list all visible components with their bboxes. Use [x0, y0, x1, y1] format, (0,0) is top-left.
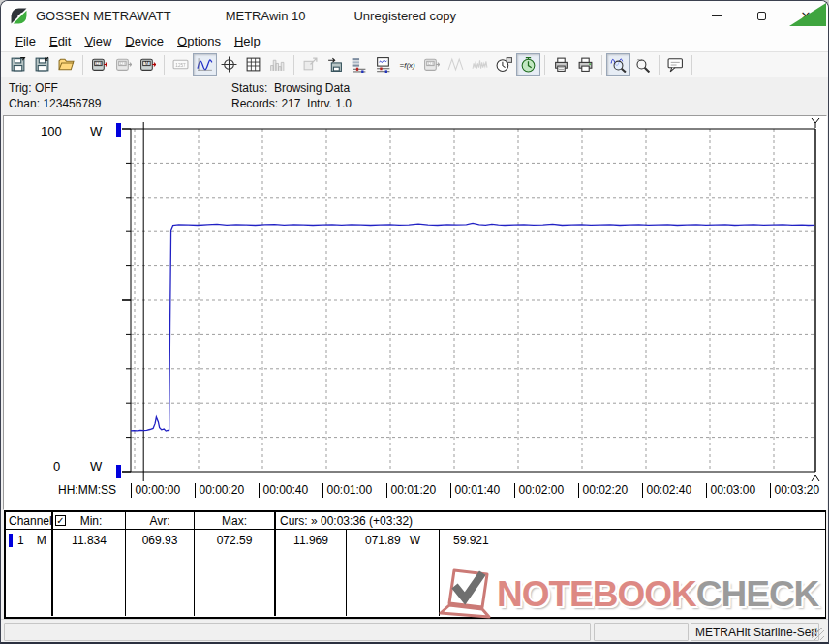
- menu-item-view[interactable]: View: [77, 32, 118, 50]
- zoom-free-button[interactable]: [630, 53, 655, 76]
- device-config-button: 123: [419, 53, 444, 76]
- minimize-icon: [712, 15, 722, 16]
- menu-bar: FileEditViewDeviceOptionsHelp: [1, 30, 828, 51]
- minimize-button[interactable]: [694, 1, 739, 30]
- table-view-icon: [245, 56, 261, 73]
- read-device-offline-button: 123: [111, 53, 136, 76]
- function-fx-button[interactable]: =f(x): [395, 53, 419, 76]
- channel-list: Chan: 123456789: [9, 97, 101, 110]
- svg-text:M: M: [144, 61, 148, 66]
- svg-text:1257: 1257: [175, 63, 186, 68]
- statusbar-panel-1: [4, 623, 591, 641]
- maximize-button[interactable]: [739, 1, 783, 30]
- export-button: [298, 53, 322, 76]
- svg-text:123: 123: [95, 62, 101, 66]
- chart-view-icon: [197, 56, 213, 73]
- table-view-button[interactable]: [241, 53, 265, 76]
- header-max: Max:: [195, 512, 276, 529]
- records-status: Records: 217 Intrv. 1.0: [231, 97, 352, 110]
- channel-mode: M: [37, 534, 46, 547]
- comment-icon: [667, 56, 684, 73]
- print-icon: [577, 56, 594, 73]
- x-tick-label: 00:03:00: [706, 483, 756, 498]
- header-channel: Channel:: [6, 512, 53, 529]
- zoom-free-icon: [634, 56, 651, 73]
- table-header-row: Channel: ✓ Min: Avr: Max: Curs: » 00:03:…: [6, 512, 825, 530]
- comment-button[interactable]: [663, 53, 688, 76]
- channel-settings-button[interactable]: [347, 53, 371, 76]
- function-fx-icon: =f(x): [399, 56, 415, 73]
- toolbar-separator: [293, 55, 294, 75]
- save-as-button[interactable]: [30, 53, 54, 76]
- browse-status: Status: Browsing Data: [231, 81, 350, 95]
- monitor-settings-button[interactable]: [371, 53, 395, 76]
- power-chart[interactable]: [4, 116, 826, 509]
- cursor-delta-cell: 59.921: [440, 530, 825, 616]
- chart-view-button[interactable]: [193, 53, 217, 76]
- x-tick-label: 00:00:00: [131, 483, 181, 498]
- min-value-cell: 11.834: [53, 530, 126, 616]
- channel-color-swatch: [9, 534, 13, 547]
- avr-value-cell: 069.93: [126, 530, 195, 616]
- read-device-offline-icon: 123: [115, 56, 132, 73]
- toolbar-separator: [82, 55, 83, 75]
- store-to-device-icon: [326, 56, 343, 73]
- y-axis-unit-label: W: [90, 124, 102, 138]
- app-vendor-title: GOSSEN METRAWATT: [36, 9, 171, 23]
- x-axis-format-label: HH:MM:SS: [58, 483, 116, 498]
- cursor-crosshair-button[interactable]: [217, 53, 241, 76]
- zoom-time-icon: [610, 56, 627, 73]
- menu-item-edit[interactable]: Edit: [43, 32, 77, 50]
- live-record-timer-button[interactable]: [516, 53, 540, 76]
- y-axis-min-label: 0: [53, 459, 60, 474]
- read-device-button[interactable]: 123: [87, 53, 111, 76]
- metrawin-window: GOSSEN METRAWATT METRAwin 10 Unregistere…: [0, 0, 829, 644]
- monitor-settings-icon: [375, 56, 391, 73]
- open-file-button[interactable]: [54, 53, 78, 76]
- print-button[interactable]: [573, 53, 598, 76]
- y-axis-max-label: 100: [41, 124, 62, 138]
- max-value-cell: 072.59: [195, 530, 276, 616]
- license-status-title: Unregistered copy: [353, 9, 456, 23]
- clock-device-button[interactable]: [492, 53, 516, 76]
- header-cursors: Curs: » 00:03:36 (+03:32): [276, 512, 825, 529]
- resize-grip-icon[interactable]: [812, 628, 824, 640]
- menu-item-help[interactable]: Help: [228, 32, 267, 50]
- statusbar-panel-2: [594, 623, 689, 641]
- save-as-icon: [34, 56, 50, 73]
- x-tick-label: 00:00:40: [259, 483, 309, 498]
- y-axis-unit-label-bottom: W: [90, 459, 102, 474]
- export-icon: [302, 56, 319, 73]
- toolbar: 123123M1257=f(x)123: [1, 51, 828, 77]
- device-memory-icon: M: [139, 56, 156, 73]
- device-memory-button[interactable]: M: [136, 53, 160, 76]
- menu-item-device[interactable]: Device: [118, 32, 170, 50]
- open-file-icon: [58, 56, 75, 73]
- header-min: ✓ Min:: [53, 512, 126, 529]
- analog-curve-button: [444, 53, 468, 76]
- device-config-icon: 123: [423, 56, 440, 73]
- print-preview-button[interactable]: [549, 53, 573, 76]
- statusbar-device-panel: METRAHit Starline-Seri: [691, 623, 819, 641]
- cursor-crosshair-icon: [221, 56, 237, 73]
- maximize-icon: [757, 12, 766, 20]
- menu-item-options[interactable]: Options: [170, 32, 228, 50]
- live-record-timer-icon: [520, 56, 537, 73]
- chart-panel: 100 W 0 W HH:MM:SS 00:00:0000:00:2000:00…: [3, 115, 827, 510]
- svg-text:123: 123: [119, 62, 125, 66]
- channel-number: 1: [17, 534, 24, 547]
- cursor2-value-cell: 071.89W: [347, 530, 440, 616]
- zoom-time-button[interactable]: [606, 53, 630, 76]
- title-bar: GOSSEN METRAWATT METRAwin 10 Unregistere…: [1, 1, 828, 30]
- x-tick-label: 00:02:00: [514, 483, 565, 498]
- digital-display-button: 1257: [169, 53, 193, 76]
- menu-item-file[interactable]: File: [9, 32, 43, 50]
- x-tick-label: 00:01:00: [322, 483, 373, 498]
- analog-curve-icon: [447, 56, 464, 73]
- store-to-device-button[interactable]: [322, 53, 347, 76]
- histogram-view-button: [265, 53, 290, 76]
- gossen-metrawatt-logo-icon: [11, 8, 27, 24]
- channel-checkbox[interactable]: ✓: [55, 515, 66, 526]
- save-button[interactable]: [6, 53, 30, 76]
- read-device-icon: 123: [91, 56, 107, 73]
